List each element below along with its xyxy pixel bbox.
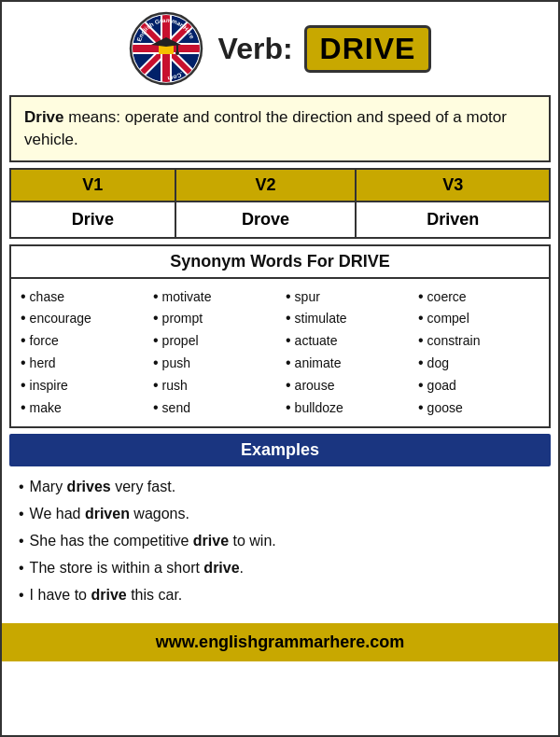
list-item: •constrain: [418, 330, 539, 353]
synonyms-section: Synonym Words For DRIVE •chase •encourag…: [9, 244, 551, 429]
footer: www.englishgrammarhere.com: [2, 623, 558, 661]
list-item: •prompt: [153, 308, 274, 330]
list-item: •herd: [21, 353, 142, 375]
definition-bold-word: Drive: [24, 108, 64, 126]
list-item: •push: [153, 353, 274, 375]
synonym-col-3: •spur •stimulate •actuate •animate •arou…: [280, 286, 413, 420]
list-item: •actuate: [286, 330, 407, 353]
v2-header: V2: [175, 169, 357, 202]
v3-header: V3: [356, 169, 550, 202]
list-item: •motivate: [153, 286, 274, 309]
v2-value: Drove: [175, 202, 357, 238]
examples-title: Examples: [9, 434, 551, 466]
synonym-col-4: •coerce •compel •constrain •dog •goad •g…: [413, 286, 545, 420]
definition-box: Drive means: operate and control the dir…: [9, 95, 551, 162]
list-item: •goose: [418, 397, 539, 420]
list-item: •rush: [153, 375, 274, 397]
v1-value: Drive: [10, 202, 175, 238]
list-item: •stimulate: [286, 308, 407, 330]
verb-label: Verb:: [218, 32, 293, 66]
v3-value: Driven: [356, 202, 550, 238]
footer-url: www.englishgrammarhere.com: [156, 633, 404, 651]
list-item: •force: [21, 330, 142, 353]
list-item: • We had driven wagons.: [19, 501, 541, 528]
list-item: •arouse: [286, 375, 407, 397]
verb-forms-table: V1 V2 V3 Drive Drove Driven: [9, 168, 551, 239]
list-item: • The store is within a short drive.: [19, 555, 541, 582]
list-item: •compel: [418, 308, 539, 330]
synonym-col-1: •chase •encourage •force •herd •inspire …: [15, 286, 147, 420]
list-item: •chase: [21, 286, 142, 309]
definition-text: means: operate and control the direction…: [24, 108, 507, 148]
synonyms-title-plain: Synonym Words For: [170, 252, 339, 271]
list-item: •animate: [286, 353, 407, 375]
list-item: •goad: [418, 375, 539, 397]
list-item: •encourage: [21, 308, 142, 330]
list-item: • Mary drives very fast.: [19, 474, 541, 501]
list-item: • She has the competitive drive to win.: [19, 528, 541, 555]
list-item: •propel: [153, 330, 274, 353]
verb-word: DRIVE: [304, 25, 432, 73]
examples-list: • Mary drives very fast. • We had driven…: [9, 466, 551, 616]
list-item: •dog: [418, 353, 539, 375]
synonyms-grid: •chase •encourage •force •herd •inspire …: [11, 279, 549, 427]
list-item: •spur: [286, 286, 407, 309]
list-item: •bulldoze: [286, 397, 407, 420]
list-item: •send: [153, 397, 274, 420]
list-item: •coerce: [418, 286, 539, 309]
list-item: •make: [21, 397, 142, 420]
header: English Grammar Here .Com Verb: DRIVE: [2, 2, 558, 95]
logo: English Grammar Here .Com: [129, 11, 203, 86]
synonyms-title-bold: DRIVE: [339, 252, 390, 271]
synonyms-title: Synonym Words For DRIVE: [11, 246, 549, 279]
examples-section: Examples • Mary drives very fast. • We h…: [9, 434, 551, 616]
v1-header: V1: [10, 169, 175, 202]
list-item: •inspire: [21, 375, 142, 397]
list-item: • I have to drive this car.: [19, 582, 541, 609]
svg-point-16: [175, 51, 179, 55]
synonym-col-2: •motivate •prompt •propel •push •rush •s…: [147, 286, 280, 420]
